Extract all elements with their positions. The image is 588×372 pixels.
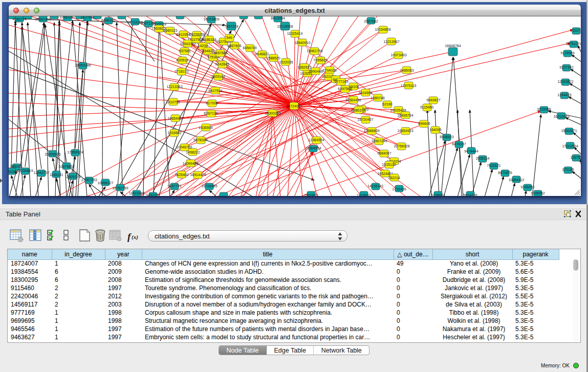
svg-text:15751074: 15751074 xyxy=(565,42,581,46)
svg-text:62160: 62160 xyxy=(382,102,393,106)
svg-text:18495794: 18495794 xyxy=(397,114,413,117)
svg-text:8186328: 8186328 xyxy=(202,38,216,41)
svg-text:15384554: 15384554 xyxy=(305,146,321,150)
svg-text:20756928: 20756928 xyxy=(394,144,409,148)
svg-text:19654987: 19654987 xyxy=(167,117,183,120)
svg-text:14200: 14200 xyxy=(198,44,208,48)
svg-text:15692671: 15692671 xyxy=(561,129,577,133)
svg-text:8990448: 8990448 xyxy=(309,70,322,73)
svg-text:11325419: 11325419 xyxy=(287,32,303,35)
svg-text:12384554: 12384554 xyxy=(308,138,324,142)
svg-text:4055724: 4055724 xyxy=(12,17,26,21)
svg-text:7625402: 7625402 xyxy=(175,173,188,177)
svg-text:8660123: 8660123 xyxy=(163,29,177,32)
svg-text:14136141: 14136141 xyxy=(367,184,383,188)
svg-text:9457771: 9457771 xyxy=(146,193,160,196)
svg-text:18640910: 18640910 xyxy=(294,41,310,45)
svg-text:16961758: 16961758 xyxy=(307,49,322,53)
svg-text:10543362: 10543362 xyxy=(180,42,195,46)
svg-text:9777169: 9777169 xyxy=(334,80,348,83)
svg-text:12156819: 12156819 xyxy=(17,169,33,172)
svg-text:3215958: 3215958 xyxy=(537,107,551,111)
svg-text:820513: 820513 xyxy=(176,58,188,62)
svg-text:546: 546 xyxy=(226,36,232,39)
svg-text:10653267: 10653267 xyxy=(59,16,75,19)
svg-text:9684067: 9684067 xyxy=(377,151,391,155)
svg-text:(x): (x) xyxy=(132,234,138,240)
svg-text:12213363: 12213363 xyxy=(166,85,182,89)
svg-text:6479197: 6479197 xyxy=(452,142,466,146)
svg-text:9242845: 9242845 xyxy=(215,62,229,66)
svg-text:12213967: 12213967 xyxy=(383,40,399,43)
svg-text:11423448: 11423448 xyxy=(129,191,145,195)
svg-text:1362615: 1362615 xyxy=(297,65,311,69)
svg-text:1244415: 1244415 xyxy=(557,93,571,97)
svg-text:937561: 937561 xyxy=(179,49,190,53)
svg-text:1522035: 1522035 xyxy=(279,60,293,64)
svg-text:12093822: 12093822 xyxy=(557,80,573,83)
svg-text:20691406: 20691406 xyxy=(35,17,51,21)
svg-text:10654112: 10654112 xyxy=(509,178,525,182)
svg-text:15720407: 15720407 xyxy=(357,118,373,121)
svg-text:16848784: 16848784 xyxy=(445,44,461,48)
svg-text:9245052: 9245052 xyxy=(520,185,534,189)
svg-text:8938923: 8938923 xyxy=(440,135,453,139)
svg-text:1010755: 1010755 xyxy=(166,100,180,104)
svg-text:16914479: 16914479 xyxy=(190,173,206,177)
svg-text:3457685: 3457685 xyxy=(213,51,227,55)
svg-text:7485063: 7485063 xyxy=(400,69,413,72)
svg-text:116753: 116753 xyxy=(571,156,581,159)
svg-text:5878334: 5878334 xyxy=(193,138,207,142)
svg-text:6794028: 6794028 xyxy=(322,69,336,72)
svg-text:15716485: 15716485 xyxy=(201,184,217,188)
svg-text:9245052: 9245052 xyxy=(531,191,545,195)
svg-text:6497568: 6497568 xyxy=(338,87,352,91)
svg-text:817006: 817006 xyxy=(206,101,217,105)
svg-text:1419610: 1419610 xyxy=(357,193,371,196)
svg-text:17359924: 17359924 xyxy=(67,150,83,154)
svg-text:10688609: 10688609 xyxy=(363,129,379,133)
svg-text:2087682: 2087682 xyxy=(364,19,378,23)
svg-text:8267130: 8267130 xyxy=(204,112,217,115)
svg-text:252214: 252214 xyxy=(388,176,400,180)
svg-text:2086372: 2086372 xyxy=(351,108,365,112)
svg-text:19654923: 19654923 xyxy=(397,129,413,133)
svg-text:10973493: 10973493 xyxy=(390,53,406,57)
svg-text:8427512: 8427512 xyxy=(208,89,222,93)
svg-text:12505175: 12505175 xyxy=(64,175,80,179)
svg-text:17957253: 17957253 xyxy=(81,178,97,182)
svg-text:8454749: 8454749 xyxy=(243,46,256,50)
svg-text:1498222: 1498222 xyxy=(186,150,200,154)
svg-text:16782759: 16782759 xyxy=(112,186,128,190)
svg-text:f: f xyxy=(127,231,132,242)
svg-text:9457771: 9457771 xyxy=(167,184,181,188)
svg-text:3624554: 3624554 xyxy=(358,91,372,95)
svg-text:2603144: 2603144 xyxy=(211,75,225,78)
svg-text:5614226: 5614226 xyxy=(463,193,477,196)
svg-text:8466160: 8466160 xyxy=(101,18,115,22)
svg-text:9474444: 9474444 xyxy=(464,149,478,153)
svg-text:2935114: 2935114 xyxy=(476,157,490,160)
svg-text:1527602: 1527602 xyxy=(80,16,94,19)
svg-text:9227342: 9227342 xyxy=(559,65,573,69)
svg-text:18724007: 18724007 xyxy=(286,104,302,108)
svg-text:16033809: 16033809 xyxy=(203,17,219,21)
svg-text:1117: 1117 xyxy=(573,29,580,32)
svg-text:10975857: 10975857 xyxy=(58,165,74,168)
svg-text:2718170: 2718170 xyxy=(175,70,188,73)
svg-text:19218506: 19218506 xyxy=(277,25,293,28)
svg-text:20053346: 20053346 xyxy=(75,63,91,67)
svg-text:17975115: 17975115 xyxy=(401,84,417,87)
svg-text:7632621: 7632621 xyxy=(487,164,500,167)
svg-text:17010534: 17010534 xyxy=(562,144,578,148)
svg-text:164823: 164823 xyxy=(202,49,214,53)
svg-text:9129966: 9129966 xyxy=(560,51,574,55)
svg-text:1080748: 1080748 xyxy=(371,96,384,100)
svg-text:9146821: 9146821 xyxy=(255,52,269,56)
svg-text:14099489: 14099489 xyxy=(182,162,198,165)
svg-text:1615132: 1615132 xyxy=(382,163,396,166)
svg-text:15300263: 15300263 xyxy=(265,112,280,115)
svg-text:16210643: 16210643 xyxy=(553,115,569,118)
svg-text:20206576: 20206576 xyxy=(45,152,60,156)
svg-text:8471676: 8471676 xyxy=(498,171,512,174)
